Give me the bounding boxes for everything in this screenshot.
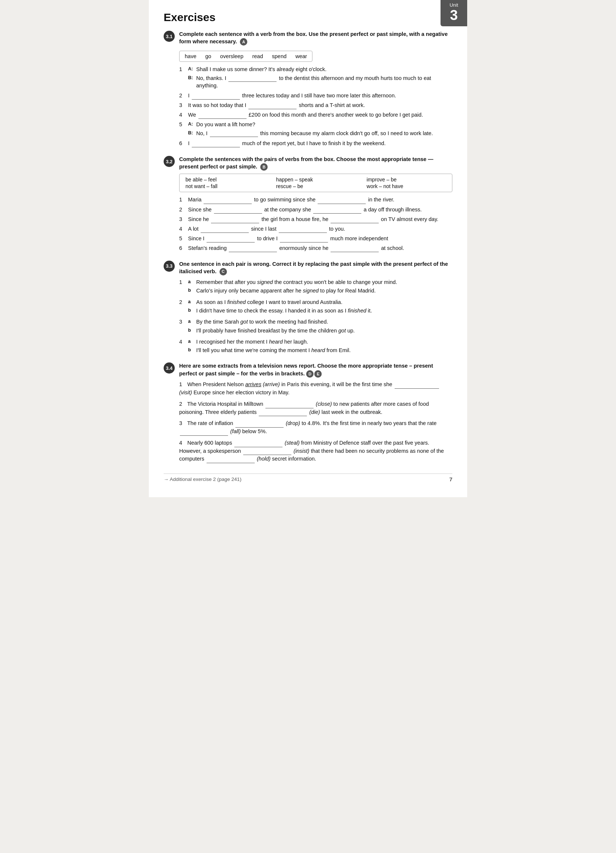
list-item: 2 Since she at the company she a day off…: [179, 206, 452, 214]
exercise-3-3-instruction: One sentence in each pair is wrong. Corr…: [179, 260, 452, 275]
exercise-3-4-instruction: Here are some extracts from a television…: [179, 362, 452, 378]
exercise-3-4-body: 1 When President Nelson arrives (arrive)…: [179, 381, 452, 463]
exercise-3-4-header: 3.4 Here are some extracts from a televi…: [164, 362, 452, 378]
exercise-3-2: 3.2 Complete the sentences with the pair…: [164, 155, 452, 252]
list-item: 3 It was so hot today that I shorts and …: [179, 102, 452, 109]
exercise-3-1-list: 1 A: Shall I make us some dinner? It's a…: [179, 65, 452, 147]
blank: [214, 208, 262, 214]
blank: [192, 94, 240, 100]
word-go: go: [205, 53, 211, 59]
item-5-a: 5 A: Do you want a lift home?: [179, 121, 452, 128]
blank: [206, 457, 255, 463]
exercise-3-2-num: 3.2: [164, 156, 175, 167]
blank: [280, 237, 328, 243]
exercise-3-1-body: 1 A: Shall I make us some dinner? It's a…: [179, 65, 452, 147]
footer-link[interactable]: → Additional exercise 2 (page 241): [164, 477, 241, 482]
pair-item-1: 1 a Remember that after you signed the c…: [179, 278, 452, 295]
blank: [259, 410, 307, 416]
blank: [203, 198, 252, 204]
exercise-3-1-header: 3.1 Complete each sentence with a verb f…: [164, 30, 452, 46]
blank: [210, 131, 258, 137]
exercise-3-1: 3.1 Complete each sentence with a verb f…: [164, 30, 452, 147]
exercise-3-3: 3.3 One sentence in each pair is wrong. …: [164, 260, 452, 354]
blank: [234, 441, 282, 447]
word-oversleep: oversleep: [220, 53, 244, 59]
pair-1-a: 1 a Remember that after you signed the c…: [179, 278, 452, 286]
blank: [206, 237, 255, 243]
blank: [331, 217, 379, 223]
blank: [199, 113, 247, 119]
blank: [394, 383, 439, 389]
word-wear: wear: [296, 53, 307, 59]
blank: [249, 103, 296, 109]
exercise-3-1-instruction-bold: Complete each sentence with a verb from …: [179, 31, 448, 44]
blank: [211, 217, 259, 223]
word-box-31: have go oversleep read spend wear: [179, 51, 313, 62]
pair-2-b: b I didn't have time to check the essay.…: [188, 307, 452, 314]
exercise-3-3-body: 1 a Remember that after you signed the c…: [179, 278, 452, 354]
blank: [235, 422, 284, 428]
exercise-3-1-instruction: Complete each sentence with a verb from …: [179, 30, 452, 46]
footer-page-number: 7: [449, 476, 452, 483]
blank: [192, 141, 240, 147]
exercise-3-3-num: 3.3: [164, 261, 175, 272]
pair-item-2: 2 a As soon as I finished college I want…: [179, 298, 452, 315]
blank: [180, 430, 228, 436]
exercise-3-2-header: 3.2 Complete the sentences with the pair…: [164, 155, 452, 171]
level-badge-c: C: [220, 268, 227, 275]
blank: [331, 246, 379, 252]
pair-item-4: 4 a I recognised her the moment I heard …: [179, 338, 452, 354]
pair-6: work – not have: [367, 183, 446, 189]
exercise-3-4-num: 3.4: [164, 363, 175, 373]
unit-number: 3: [440, 8, 467, 23]
list-item: 4 A lot since I last to you.: [179, 225, 452, 233]
item-1-b: B: No, thanks. I to the dentist this aft…: [188, 74, 452, 90]
pair-2-a: 2 a As soon as I finished college I want…: [179, 298, 452, 306]
badge-e: E: [314, 370, 322, 378]
blank: [318, 198, 366, 204]
exercise-3-2-bold: Complete the sentences with the pairs of…: [179, 156, 433, 170]
exercise-3-3-header: 3.3 One sentence in each pair is wrong. …: [164, 260, 452, 275]
list-item: 6 I much of the report yet, but I have t…: [179, 140, 452, 147]
blank: [243, 449, 291, 455]
footer: → Additional exercise 2 (page 241) 7: [164, 474, 452, 483]
exercise-3-4: 3.4 Here are some extracts from a televi…: [164, 362, 452, 463]
list-item: 4 We £200 on food this month and there's…: [179, 111, 452, 119]
item-4-1: 1 When President Nelson arrives (arrive)…: [179, 381, 452, 397]
item-4-3: 3 The rate of inflation (drop) to 4.8%. …: [179, 419, 452, 436]
page: Unit 3 Exercises 3.1 Complete each sente…: [149, 0, 467, 497]
exercise-3-2-body: 1 Maria to go swimming since she in the …: [179, 196, 452, 252]
list-item: 1 Maria to go swimming since she in the …: [179, 196, 452, 203]
blank: [228, 76, 276, 82]
list-item: 5 Since I to drive I much more independe…: [179, 235, 452, 243]
pair-4-a: 4 a I recognised her the moment I heard …: [179, 338, 452, 345]
blank: [201, 227, 249, 233]
pair-3-a: 3 a By the time Sarah got to work the me…: [179, 318, 452, 325]
list-item: 1 A: Shall I make us some dinner? It's a…: [179, 65, 452, 89]
pair-1: be able – feel: [185, 177, 265, 182]
blank: [279, 227, 327, 233]
list-item: 2 I three lectures today and I still hav…: [179, 92, 452, 100]
pair-4: not want – fall: [185, 183, 265, 189]
word-spend: spend: [272, 53, 287, 59]
item-5-b: B: No, I this morning because my alarm c…: [188, 130, 452, 137]
pair-2: happen – speak: [276, 177, 356, 182]
item-1-a: 1 A: Shall I make us some dinner? It's a…: [179, 65, 452, 73]
de-badge: D E: [306, 370, 322, 378]
badge-d: D: [306, 370, 314, 378]
word-read: read: [252, 53, 263, 59]
pair-4-b: b I'll tell you what time we're coming t…: [188, 346, 452, 354]
list-item: 5 A: Do you want a lift home? B: No, I t…: [179, 121, 452, 137]
exercise-3-2-instruction: Complete the sentences with the pairs of…: [179, 155, 452, 171]
blank: [266, 402, 314, 408]
pair-5: rescue – be: [276, 183, 356, 189]
blank: [229, 246, 277, 252]
pair-3-b: b I'll probably have finished breakfast …: [188, 327, 452, 334]
pair-1-b: b Carlo's injury only became apparent af…: [188, 287, 452, 294]
page-title: Exercises: [164, 11, 452, 24]
unit-badge: Unit 3: [440, 0, 467, 26]
word-have: have: [185, 53, 196, 59]
level-badge-a: A: [240, 38, 247, 46]
filled-blank-arrives: arrives: [245, 381, 261, 387]
item-4-2: 2 The Victoria Hospital in Milltown (clo…: [179, 400, 452, 416]
